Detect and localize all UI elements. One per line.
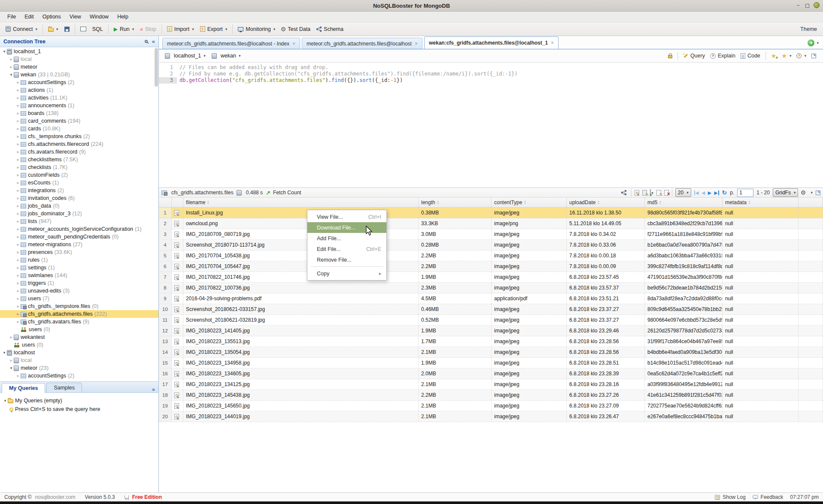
last-page-button[interactable]: ▶: [714, 190, 719, 195]
table-row[interactable]: 5IMG_20170704_105438.jpg2.2MBimage/jpeg7…: [159, 250, 823, 261]
export-button[interactable]: Export▾: [197, 24, 231, 34]
twisty-closed-icon[interactable]: ▹: [15, 258, 21, 262]
tree-item-checklists[interactable]: ▹checklists(1.7K): [0, 163, 158, 171]
tree-item-localhost-1[interactable]: ▾localhost_1: [0, 48, 158, 55]
table-row[interactable]: 13IMG_20180223_135513.jpg1.7MBimage/jpeg…: [159, 336, 823, 347]
context-menu-item-edit-file[interactable]: Edit File...Ctrl+E: [307, 244, 386, 254]
view-file-icon[interactable]: [174, 371, 179, 377]
tree-item-lists[interactable]: ▹lists(947): [0, 217, 158, 225]
table-row[interactable]: 3IMG_20180709_080719.jpg3.0MBimage/jpeg7…: [159, 229, 823, 240]
database-selector[interactable]: wekan ▾: [210, 52, 243, 60]
twisty-closed-icon[interactable]: ▹: [15, 250, 21, 254]
tree-item-settings[interactable]: ▹settings(1): [0, 264, 158, 272]
view-file-icon[interactable]: [174, 242, 179, 248]
column-header-md5[interactable]: md5: [645, 198, 723, 207]
tree-item-users[interactable]: users(0): [0, 341, 158, 349]
twisty-open-icon[interactable]: ▾: [9, 72, 14, 77]
sidebar-scrollbar[interactable]: [155, 48, 158, 87]
sql-button[interactable]: SQL: [89, 24, 106, 34]
tree-item-cfs-gridfs-attachments-files[interactable]: ▹cfs_gridfs.attachments.files(222): [0, 310, 158, 318]
twisty-closed-icon[interactable]: ▹: [15, 80, 21, 85]
twisty-closed-icon[interactable]: ▹: [15, 289, 21, 293]
tree-item-jobs-data[interactable]: ▹jobs_data(0): [0, 202, 158, 210]
twisty-closed-icon[interactable]: ▹: [15, 296, 21, 301]
add-document-button[interactable]: ▾: [650, 190, 653, 196]
edit-document-icon[interactable]: [656, 190, 661, 196]
editor-code[interactable]: // Files can be added easily with drag a…: [179, 64, 823, 84]
save-button[interactable]: [61, 25, 73, 33]
view-file-icon[interactable]: [174, 210, 179, 216]
twisty-closed-icon[interactable]: ▹: [15, 211, 21, 216]
import-button[interactable]: Import▾: [164, 24, 197, 34]
twisty-closed-icon[interactable]: ▹: [15, 374, 21, 378]
new-tab-button[interactable]: +▾: [808, 39, 819, 46]
table-row[interactable]: 1Install_Linux.jpg0.38MBimage/jpeg16.11.…: [159, 208, 823, 218]
twisty-closed-icon[interactable]: ▹: [15, 119, 21, 123]
tree-item-swimlanes[interactable]: ▹swimlanes(144): [0, 272, 158, 279]
tree-item-meteor[interactable]: ▹meteor: [0, 63, 158, 71]
table-row[interactable]: 7IMG_20170822_101746.jpg1.9MBimage/jpeg6…: [159, 272, 823, 283]
page-number-input[interactable]: 1: [737, 189, 753, 197]
view-file-icon[interactable]: [174, 296, 179, 302]
tree-item-local[interactable]: ▹local: [0, 55, 158, 63]
menu-file[interactable]: File: [3, 12, 20, 21]
twisty-closed-icon[interactable]: ▹: [15, 188, 21, 193]
theme-button[interactable]: Theme: [800, 26, 817, 32]
explain-button[interactable]: ?Explain: [710, 53, 735, 59]
tree-item-meteor[interactable]: ▾meteor(23): [0, 364, 158, 372]
tree-item-meteor-migrations[interactable]: ▹meteor-migrations(27): [0, 241, 158, 248]
show-log-button[interactable]: Show Log: [715, 494, 745, 500]
table-row[interactable]: 19IMG_20180223_145650.jpg2.1MBimage/jpeg…: [159, 401, 823, 411]
sidebar-tab-my-queries[interactable]: My Queries: [2, 383, 45, 393]
tree-item-localhost[interactable]: ▾localhost: [0, 349, 158, 356]
tree-item-meteor-accounts-loginserviceconfiguration[interactable]: ▹meteor_accounts_loginServiceConfigurati…: [0, 225, 158, 233]
close-icon[interactable]: ×: [415, 41, 418, 47]
close-icon[interactable]: ×: [292, 41, 295, 47]
table-row[interactable]: 16IMG_20180223_134605.jpg2.0MBimage/jpeg…: [159, 368, 823, 379]
next-page-button[interactable]: ▶: [708, 190, 711, 195]
view-file-icon[interactable]: [174, 339, 179, 344]
tree-item-triggers[interactable]: ▹triggers(1): [0, 279, 158, 287]
tree-item-meteor-oauth-pendingcredentials[interactable]: ▹meteor_oauth_pendingCredentials(0): [0, 233, 158, 241]
tab-meteor-cfs-gridfs-attachments-files-localhost-index[interactable]: meteor:cfs_gridfs.attachments.files@loca…: [162, 38, 300, 49]
twisty-closed-icon[interactable]: ▹: [15, 281, 21, 285]
twisty-closed-icon[interactable]: ▹: [15, 312, 21, 316]
tree-item-cards[interactable]: ▹cards(10.8K): [0, 125, 158, 133]
free-edition-label[interactable]: Free Edition: [132, 494, 162, 500]
site-link[interactable]: nosqlbooster.com: [35, 494, 76, 500]
context-menu-item-add-file[interactable]: Add File...: [307, 233, 386, 244]
twisty-closed-icon[interactable]: ▹: [15, 273, 21, 278]
view-file-icon[interactable]: [174, 360, 179, 366]
tab-meteor-cfs-gridfs-attachments-files-localhost[interactable]: meteor:cfs_gridfs.attachments.files@loca…: [302, 38, 422, 49]
tree-item-cfs-tempstore-chunks[interactable]: ▹cfs._tempstore.chunks(2): [0, 133, 158, 140]
table-row[interactable]: 10Screenshot_20180621-033157.jpg0.46MBim…: [159, 304, 823, 315]
twisty-closed-icon[interactable]: ▹: [15, 320, 21, 324]
view-file-icon[interactable]: [174, 392, 179, 398]
tree-item-unsaved-edits[interactable]: ▹unsaved-edits(3): [0, 287, 158, 295]
tree-item-customfields[interactable]: ▹customFields(2): [0, 171, 158, 179]
tree-item-accountsettings[interactable]: ▹accountSettings(2): [0, 372, 158, 380]
tree-item-users[interactable]: users(0): [0, 326, 158, 333]
twisty-closed-icon[interactable]: ▹: [9, 358, 14, 362]
view-file-icon[interactable]: [174, 382, 179, 387]
table-row[interactable]: 12IMG_20180223_141405.jpg1.9MBimage/jpeg…: [159, 326, 823, 336]
table-row[interactable]: 15IMG_20180223_134958.jpg1.9MBimage/jpeg…: [159, 358, 823, 368]
tree-item-cfs-gridfs-tempstore-files[interactable]: ▹cfs_gridfs._tempstore.files(0): [0, 302, 158, 310]
view-document-icon[interactable]: [635, 190, 639, 196]
table-row[interactable]: 18IMG_20180223_145438.jpg2.2MBimage/jpeg…: [159, 390, 823, 401]
twisty-closed-icon[interactable]: ▹: [15, 165, 21, 169]
twisty-closed-icon[interactable]: ▹: [15, 142, 21, 146]
column-header-filename[interactable]: filename: [183, 198, 419, 207]
close-icon[interactable]: ×: [551, 40, 554, 46]
table-row[interactable]: 2owncloud.png33.3KBimage/png5.11.2018 kl…: [159, 218, 823, 229]
testdata-button[interactable]: Test Data: [278, 24, 313, 34]
favorites-button[interactable]: ★▾: [781, 53, 791, 59]
refresh-icon[interactable]: ↻: [722, 190, 727, 196]
collapse-sidebar-icon[interactable]: «: [152, 38, 155, 45]
twisty-closed-icon[interactable]: ▹: [15, 235, 21, 239]
expand-panel-icon[interactable]: »: [152, 386, 155, 392]
menu-edit[interactable]: Edit: [21, 12, 38, 21]
twisty-closed-icon[interactable]: ▹: [9, 335, 14, 339]
view-file-icon[interactable]: [174, 403, 179, 409]
first-page-button[interactable]: ◀: [694, 190, 699, 195]
